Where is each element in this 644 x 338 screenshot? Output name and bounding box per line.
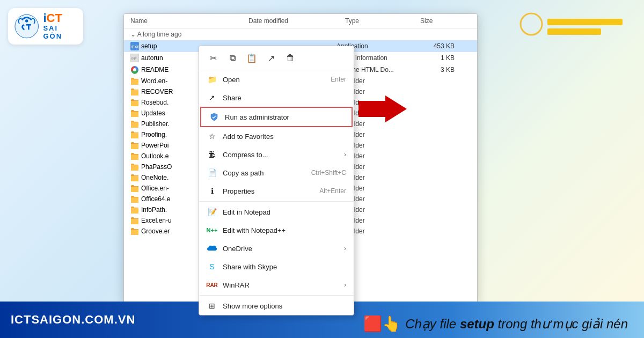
copy-path-icon: 📄 <box>207 167 217 178</box>
star-icon: ☆ <box>207 131 217 142</box>
file-list-header: Name Date modified Type Size <box>124 14 477 28</box>
properties-icon: ℹ <box>207 186 217 196</box>
ctx-compress-label: Compress to... <box>223 151 344 159</box>
ctx-winrar-label: WinRAR <box>223 281 344 289</box>
ctx-open-shortcut: Enter <box>331 76 346 83</box>
compress-arrow: › <box>344 151 346 158</box>
ctx-properties-shortcut: Alt+Enter <box>319 187 346 195</box>
svg-point-13 <box>25 19 28 22</box>
red-arrow-indicator <box>358 95 407 128</box>
logo-saigon-text: SAI GÒN <box>43 24 77 40</box>
ctx-winrar[interactable]: RAR WinRAR › <box>199 276 354 294</box>
copy-icon[interactable]: ⧉ <box>225 50 240 65</box>
ctx-more-options-label: Show more options <box>223 302 346 310</box>
ctx-share-label: Share <box>223 94 346 102</box>
file-size: 3 KB <box>412 66 455 74</box>
file-size: 453 KB <box>412 42 455 50</box>
file-size: 1 KB <box>412 54 455 62</box>
col-header-date: Date modified <box>248 17 345 25</box>
more-options-icon: ⊞ <box>207 300 217 311</box>
instruction-text1: Chạy file <box>405 317 456 331</box>
yellow-decoration <box>515 8 633 42</box>
ctx-open-label: Open <box>223 76 331 84</box>
context-menu: ✂ ⧉ 📋 ↗ 🗑 📁 Open Enter ↗ Share Run as ad… <box>199 46 354 315</box>
paste-icon[interactable]: 📋 <box>244 50 259 65</box>
ctx-onedrive-label: OneDrive <box>223 245 344 253</box>
winrar-icon: RAR <box>207 280 217 290</box>
svg-text:INF: INF <box>131 57 137 60</box>
delete-icon[interactable]: 🗑 <box>283 50 298 65</box>
ctx-favorites-label: Add to Favorites <box>223 133 346 141</box>
shield-icon <box>209 112 219 122</box>
instruction-text2: trong thư mục giải nén <box>498 317 628 331</box>
ctx-notepad-label: Edit in Notepad <box>223 208 346 216</box>
notepad-icon: 📝 <box>207 207 217 217</box>
ctx-add-favorites[interactable]: ☆ Add to Favorites <box>199 127 354 145</box>
col-header-name: Name <box>130 17 248 25</box>
website-text: ICTSAIGON.COM.VN <box>11 313 135 327</box>
skype-icon: S <box>207 261 217 272</box>
notepadpp-icon: N++ <box>207 225 217 236</box>
ctx-copy-path[interactable]: 📄 Copy as path Ctrl+Shift+C <box>199 164 354 182</box>
share-icon[interactable]: ↗ <box>264 50 279 65</box>
onedrive-icon <box>207 243 217 254</box>
ctx-copy-path-label: Copy as path <box>223 169 311 177</box>
ctx-more-options[interactable]: ⊞ Show more options <box>199 297 354 315</box>
ctx-edit-notepadpp[interactable]: N++ Edit with Notepad++ <box>199 221 354 239</box>
open-icon: 📁 <box>207 74 217 85</box>
ctx-run-as-admin[interactable]: Run as administrator <box>200 107 353 127</box>
ctx-edit-notepad[interactable]: 📝 Edit in Notepad <box>199 203 354 221</box>
ctx-properties-label: Properties <box>223 187 319 195</box>
cut-icon[interactable]: ✂ <box>206 50 221 65</box>
svg-marker-22 <box>358 95 407 122</box>
ctx-open[interactable]: 📁 Open Enter <box>199 70 354 89</box>
ctx-notepadpp-label: Edit with Notepad++ <box>223 226 346 234</box>
col-header-size: Size <box>420 17 463 25</box>
ctx-divider-2 <box>199 295 354 296</box>
file-group-label: ⌄ A long time ago <box>124 28 477 40</box>
ict-logo-icon <box>14 13 39 40</box>
context-toolbar: ✂ ⧉ 📋 ↗ 🗑 <box>199 46 354 70</box>
share-menu-icon: ↗ <box>207 92 217 103</box>
logo-text: iCT SAI GÒN <box>43 12 77 40</box>
winrar-arrow: › <box>344 281 346 289</box>
bottom-instruction: 🟥👆 Chạy file setup trong thư mục giải né… <box>363 315 628 333</box>
ctx-share-skype[interactable]: S Share with Skype <box>199 258 354 276</box>
ctx-properties[interactable]: ℹ Properties Alt+Enter <box>199 182 354 200</box>
svg-rect-10 <box>547 19 623 25</box>
ctx-skype-label: Share with Skype <box>223 263 346 271</box>
svg-text:EXE: EXE <box>131 45 139 49</box>
compress-icon: 🗜 <box>207 149 217 160</box>
ctx-share[interactable]: ↗ Share <box>199 89 354 107</box>
svg-point-21 <box>133 68 136 71</box>
ctx-onedrive[interactable]: OneDrive › <box>199 239 354 258</box>
col-header-type: Type <box>345 17 420 25</box>
svg-rect-11 <box>547 28 601 35</box>
ctx-run-admin-label: Run as administrator <box>225 113 344 121</box>
instruction-bold: setup <box>460 317 494 331</box>
ctx-compress[interactable]: 🗜 Compress to... › <box>199 145 354 164</box>
ctx-copy-path-shortcut: Ctrl+Shift+C <box>311 169 346 177</box>
onedrive-arrow: › <box>344 245 346 252</box>
logo-ict-text: iCT <box>43 12 77 24</box>
logo-box: iCT SAI GÒN <box>8 8 83 45</box>
logo-area: iCT SAI GÒN <box>8 8 83 45</box>
ctx-divider-1 <box>199 201 354 202</box>
svg-point-9 <box>521 13 542 35</box>
